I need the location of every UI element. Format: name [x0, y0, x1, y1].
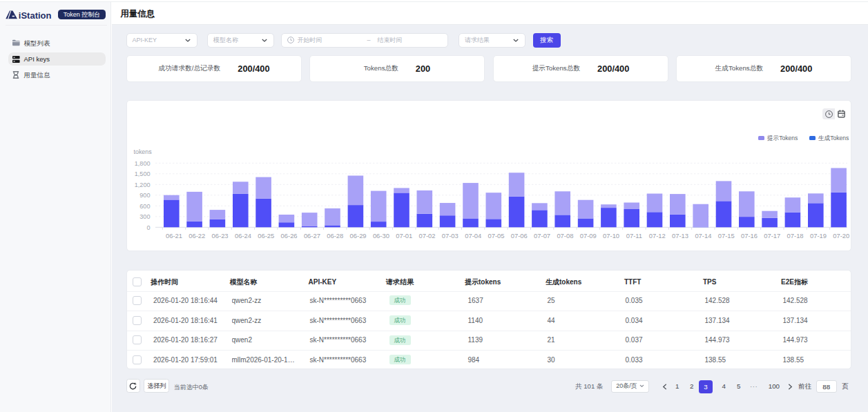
- svg-text:06-24: 06-24: [235, 232, 251, 239]
- svg-text:07-06: 07-06: [511, 232, 528, 239]
- svg-text:07-16: 07-16: [741, 232, 758, 239]
- svg-text:07-12: 07-12: [649, 232, 666, 239]
- svg-text:07-19: 07-19: [810, 232, 827, 239]
- svg-text:07-14: 07-14: [695, 232, 711, 239]
- svg-text:1,800: 1,800: [135, 160, 151, 167]
- svg-text:06-22: 06-22: [189, 232, 205, 239]
- svg-text:1,500: 1,500: [135, 170, 151, 177]
- svg-text:600: 600: [139, 203, 150, 210]
- svg-text:06-30: 06-30: [373, 232, 389, 239]
- svg-text:06-28: 06-28: [327, 232, 343, 239]
- svg-text:07-13: 07-13: [672, 232, 688, 239]
- svg-text:07-20: 07-20: [833, 232, 849, 239]
- svg-text:06-27: 06-27: [304, 232, 320, 239]
- svg-text:07-17: 07-17: [764, 232, 780, 239]
- svg-text:300: 300: [139, 213, 150, 220]
- svg-text:06-25: 06-25: [258, 232, 274, 239]
- svg-text:07-11: 07-11: [626, 232, 642, 239]
- svg-text:07-15: 07-15: [718, 232, 735, 239]
- svg-text:0: 0: [146, 224, 150, 231]
- svg-text:07-04: 07-04: [465, 232, 481, 239]
- svg-text:07-18: 07-18: [787, 232, 804, 239]
- svg-text:06-21: 06-21: [166, 232, 182, 239]
- svg-text:07-10: 07-10: [603, 232, 619, 239]
- svg-text:07-05: 07-05: [488, 232, 505, 239]
- svg-text:07-02: 07-02: [419, 232, 436, 239]
- svg-text:07-03: 07-03: [442, 232, 459, 239]
- svg-text:07-07: 07-07: [534, 232, 550, 239]
- svg-text:1,200: 1,200: [135, 182, 151, 188]
- svg-text:07-01: 07-01: [396, 232, 412, 239]
- svg-text:06-23: 06-23: [212, 232, 229, 239]
- svg-text:06-26: 06-26: [281, 232, 298, 239]
- svg-text:07-08: 07-08: [557, 232, 573, 239]
- svg-text:900: 900: [139, 192, 150, 199]
- svg-text:06-29: 06-29: [350, 232, 367, 239]
- svg-text:07-09: 07-09: [580, 232, 597, 239]
- svg-text:iStation: iStation: [19, 10, 52, 20]
- svg-text:tokens: tokens: [134, 148, 153, 155]
